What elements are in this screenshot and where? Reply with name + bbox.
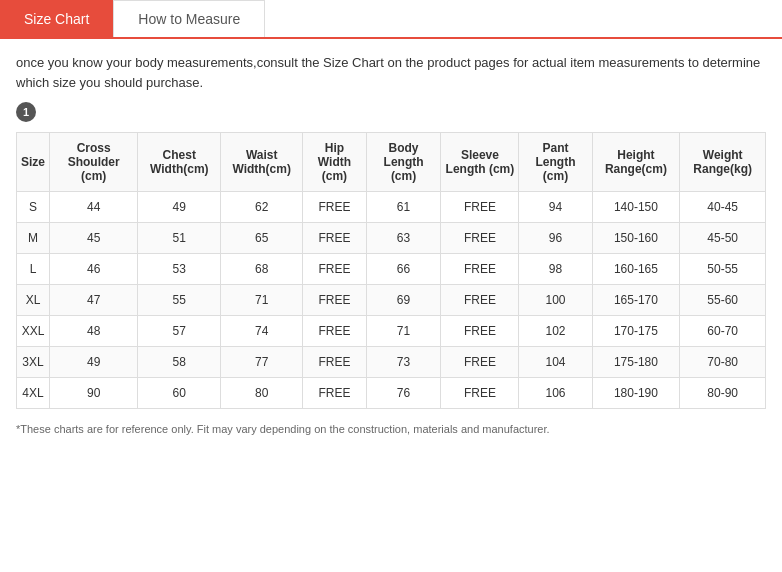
measurement-cell: 61 <box>366 192 441 223</box>
measurement-cell: 100 <box>519 285 592 316</box>
measurement-cell: 53 <box>138 254 221 285</box>
measurement-cell: 165-170 <box>592 285 680 316</box>
measurement-cell: 98 <box>519 254 592 285</box>
measurement-cell: 104 <box>519 347 592 378</box>
measurement-cell: FREE <box>441 347 519 378</box>
column-header: Height Range(cm) <box>592 133 680 192</box>
column-header: Weight Range(kg) <box>680 133 766 192</box>
column-header: Pant Length (cm) <box>519 133 592 192</box>
tab-size-chart[interactable]: Size Chart <box>0 0 113 37</box>
size-cell: 4XL <box>17 378 50 409</box>
column-header: Cross Shoulder (cm) <box>50 133 138 192</box>
measurement-cell: 94 <box>519 192 592 223</box>
measurement-cell: 57 <box>138 316 221 347</box>
measurement-cell: 70-80 <box>680 347 766 378</box>
measurement-cell: FREE <box>303 254 367 285</box>
size-cell: 3XL <box>17 347 50 378</box>
measurement-cell: 40-45 <box>680 192 766 223</box>
measurement-cell: 76 <box>366 378 441 409</box>
measurement-cell: FREE <box>441 316 519 347</box>
measurement-cell: FREE <box>303 347 367 378</box>
measurement-cell: 69 <box>366 285 441 316</box>
measurement-cell: 66 <box>366 254 441 285</box>
measurement-cell: 102 <box>519 316 592 347</box>
table-row: S444962FREE61FREE94140-15040-45 <box>17 192 766 223</box>
measurement-cell: 96 <box>519 223 592 254</box>
measurement-cell: FREE <box>303 378 367 409</box>
measurement-cell: 45 <box>50 223 138 254</box>
table-row: L465368FREE66FREE98160-16550-55 <box>17 254 766 285</box>
measurement-cell: 45-50 <box>680 223 766 254</box>
measurement-cell: 48 <box>50 316 138 347</box>
footnote-text: *These charts are for reference only. Fi… <box>16 421 766 438</box>
measurement-cell: 90 <box>50 378 138 409</box>
table-header-row: SizeCross Shoulder (cm)Chest Width(cm)Wa… <box>17 133 766 192</box>
table-row: XXL485774FREE71FREE102170-17560-70 <box>17 316 766 347</box>
measurement-cell: 106 <box>519 378 592 409</box>
measurement-cell: 55-60 <box>680 285 766 316</box>
size-cell: XL <box>17 285 50 316</box>
measurement-cell: FREE <box>303 223 367 254</box>
measurement-cell: FREE <box>441 223 519 254</box>
measurement-cell: FREE <box>441 378 519 409</box>
intro-text: once you know your body measurements,con… <box>16 53 766 92</box>
column-header: Body Length (cm) <box>366 133 441 192</box>
measurement-cell: 55 <box>138 285 221 316</box>
measurement-cell: 80 <box>221 378 303 409</box>
measurement-cell: FREE <box>441 192 519 223</box>
measurement-cell: 49 <box>50 347 138 378</box>
measurement-cell: 49 <box>138 192 221 223</box>
measurement-cell: 160-165 <box>592 254 680 285</box>
measurement-cell: FREE <box>441 285 519 316</box>
measurement-cell: 44 <box>50 192 138 223</box>
measurement-cell: 68 <box>221 254 303 285</box>
column-header: Hip Width (cm) <box>303 133 367 192</box>
measurement-cell: 65 <box>221 223 303 254</box>
measurement-cell: 47 <box>50 285 138 316</box>
table-row: XL475571FREE69FREE100165-17055-60 <box>17 285 766 316</box>
measurement-cell: 73 <box>366 347 441 378</box>
measurement-cell: 60-70 <box>680 316 766 347</box>
measurement-cell: FREE <box>441 254 519 285</box>
column-header: Waist Width(cm) <box>221 133 303 192</box>
measurement-cell: 80-90 <box>680 378 766 409</box>
measurement-cell: 74 <box>221 316 303 347</box>
measurement-cell: 62 <box>221 192 303 223</box>
size-cell: M <box>17 223 50 254</box>
measurement-cell: 175-180 <box>592 347 680 378</box>
measurement-cell: 63 <box>366 223 441 254</box>
table-body: S444962FREE61FREE94140-15040-45M455165FR… <box>17 192 766 409</box>
tab-bar: Size Chart How to Measure <box>0 0 782 39</box>
measurement-cell: 46 <box>50 254 138 285</box>
size-cell: XXL <box>17 316 50 347</box>
measurement-cell: 58 <box>138 347 221 378</box>
measurement-cell: FREE <box>303 192 367 223</box>
measurement-cell: 150-160 <box>592 223 680 254</box>
measurement-cell: FREE <box>303 316 367 347</box>
measurement-cell: 71 <box>221 285 303 316</box>
size-cell: S <box>17 192 50 223</box>
column-header: Size <box>17 133 50 192</box>
table-row: 4XL906080FREE76FREE106180-19080-90 <box>17 378 766 409</box>
measurement-cell: 71 <box>366 316 441 347</box>
table-row: 3XL495877FREE73FREE104175-18070-80 <box>17 347 766 378</box>
step-badge: 1 <box>16 102 36 122</box>
column-header: Chest Width(cm) <box>138 133 221 192</box>
main-content: once you know your body measurements,con… <box>0 39 782 452</box>
measurement-cell: FREE <box>303 285 367 316</box>
column-header: Sleeve Length (cm) <box>441 133 519 192</box>
measurement-cell: 170-175 <box>592 316 680 347</box>
tab-how-to-measure[interactable]: How to Measure <box>113 0 265 37</box>
measurement-cell: 140-150 <box>592 192 680 223</box>
measurement-cell: 180-190 <box>592 378 680 409</box>
measurement-cell: 77 <box>221 347 303 378</box>
measurement-cell: 50-55 <box>680 254 766 285</box>
measurement-cell: 51 <box>138 223 221 254</box>
measurement-cell: 60 <box>138 378 221 409</box>
table-row: M455165FREE63FREE96150-16045-50 <box>17 223 766 254</box>
size-cell: L <box>17 254 50 285</box>
size-chart-table: SizeCross Shoulder (cm)Chest Width(cm)Wa… <box>16 132 766 409</box>
